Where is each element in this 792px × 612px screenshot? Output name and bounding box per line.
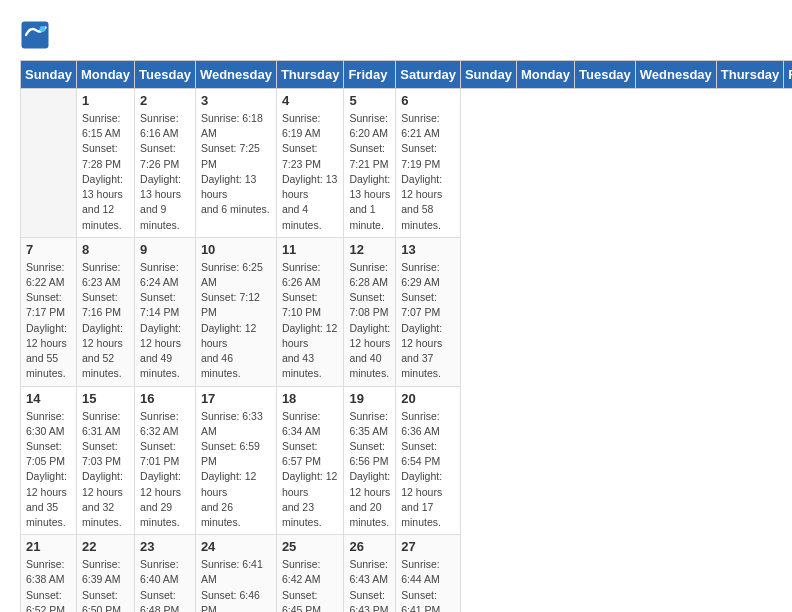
calendar-cell: 25Sunrise: 6:42 AMSunset: 6:45 PMDayligh… [276,535,344,612]
day-info: Sunrise: 6:42 AMSunset: 6:45 PMDaylight:… [282,557,339,612]
day-info: Sunrise: 6:18 AMSunset: 7:25 PMDaylight:… [201,111,271,218]
calendar-cell: 18Sunrise: 6:34 AMSunset: 6:57 PMDayligh… [276,386,344,535]
day-info: Sunrise: 6:39 AMSunset: 6:50 PMDaylight:… [82,557,129,612]
day-number: 7 [26,242,71,257]
day-number: 21 [26,539,71,554]
calendar-cell: 10Sunrise: 6:25 AMSunset: 7:12 PMDayligh… [195,237,276,386]
day-number: 23 [140,539,190,554]
day-info: Sunrise: 6:22 AMSunset: 7:17 PMDaylight:… [26,260,71,382]
day-info: Sunrise: 6:16 AMSunset: 7:26 PMDaylight:… [140,111,190,233]
day-number: 4 [282,93,339,108]
day-header-wednesday: Wednesday [635,61,716,89]
logo-icon [20,20,50,50]
calendar-header-row: SundayMondayTuesdayWednesdayThursdayFrid… [21,61,793,89]
day-info: Sunrise: 6:32 AMSunset: 7:01 PMDaylight:… [140,409,190,531]
calendar-week-row: 1Sunrise: 6:15 AMSunset: 7:28 PMDaylight… [21,89,793,238]
calendar-week-row: 7Sunrise: 6:22 AMSunset: 7:17 PMDaylight… [21,237,793,386]
day-header-tuesday: Tuesday [575,61,636,89]
day-number: 26 [349,539,390,554]
calendar-cell: 22Sunrise: 6:39 AMSunset: 6:50 PMDayligh… [76,535,134,612]
calendar-cell: 14Sunrise: 6:30 AMSunset: 7:05 PMDayligh… [21,386,77,535]
day-info: Sunrise: 6:30 AMSunset: 7:05 PMDaylight:… [26,409,71,531]
calendar-cell: 16Sunrise: 6:32 AMSunset: 7:01 PMDayligh… [135,386,196,535]
day-header-friday: Friday [344,61,396,89]
svg-point-1 [40,26,46,32]
day-header-monday: Monday [516,61,574,89]
calendar-cell: 20Sunrise: 6:36 AMSunset: 6:54 PMDayligh… [396,386,461,535]
day-number: 27 [401,539,455,554]
calendar-cell: 27Sunrise: 6:44 AMSunset: 6:41 PMDayligh… [396,535,461,612]
day-number: 16 [140,391,190,406]
day-number: 25 [282,539,339,554]
day-info: Sunrise: 6:34 AMSunset: 6:57 PMDaylight:… [282,409,339,531]
day-number: 11 [282,242,339,257]
calendar-cell: 7Sunrise: 6:22 AMSunset: 7:17 PMDaylight… [21,237,77,386]
day-number: 18 [282,391,339,406]
day-header-saturday: Saturday [396,61,461,89]
day-header-wednesday: Wednesday [195,61,276,89]
day-header-monday: Monday [76,61,134,89]
day-info: Sunrise: 6:20 AMSunset: 7:21 PMDaylight:… [349,111,390,233]
calendar-table: SundayMondayTuesdayWednesdayThursdayFrid… [20,60,792,612]
day-number: 8 [82,242,129,257]
calendar-cell: 6Sunrise: 6:21 AMSunset: 7:19 PMDaylight… [396,89,461,238]
day-number: 17 [201,391,271,406]
calendar-cell: 11Sunrise: 6:26 AMSunset: 7:10 PMDayligh… [276,237,344,386]
day-info: Sunrise: 6:25 AMSunset: 7:12 PMDaylight:… [201,260,271,382]
calendar-cell: 2Sunrise: 6:16 AMSunset: 7:26 PMDaylight… [135,89,196,238]
day-number: 9 [140,242,190,257]
day-info: Sunrise: 6:36 AMSunset: 6:54 PMDaylight:… [401,409,455,531]
day-info: Sunrise: 6:38 AMSunset: 6:52 PMDaylight:… [26,557,71,612]
calendar-cell [21,89,77,238]
day-info: Sunrise: 6:40 AMSunset: 6:48 PMDaylight:… [140,557,190,612]
calendar-cell: 24Sunrise: 6:41 AMSunset: 6:46 PMDayligh… [195,535,276,612]
calendar-cell: 5Sunrise: 6:20 AMSunset: 7:21 PMDaylight… [344,89,396,238]
day-info: Sunrise: 6:44 AMSunset: 6:41 PMDaylight:… [401,557,455,612]
day-info: Sunrise: 6:43 AMSunset: 6:43 PMDaylight:… [349,557,390,612]
calendar-cell: 4Sunrise: 6:19 AMSunset: 7:23 PMDaylight… [276,89,344,238]
day-header-tuesday: Tuesday [135,61,196,89]
day-info: Sunrise: 6:29 AMSunset: 7:07 PMDaylight:… [401,260,455,382]
day-number: 15 [82,391,129,406]
day-number: 12 [349,242,390,257]
day-info: Sunrise: 6:24 AMSunset: 7:14 PMDaylight:… [140,260,190,382]
day-info: Sunrise: 6:31 AMSunset: 7:03 PMDaylight:… [82,409,129,531]
day-number: 22 [82,539,129,554]
day-number: 10 [201,242,271,257]
calendar-week-row: 14Sunrise: 6:30 AMSunset: 7:05 PMDayligh… [21,386,793,535]
calendar-cell: 23Sunrise: 6:40 AMSunset: 6:48 PMDayligh… [135,535,196,612]
day-header-thursday: Thursday [716,61,784,89]
calendar-cell: 9Sunrise: 6:24 AMSunset: 7:14 PMDaylight… [135,237,196,386]
calendar-cell: 12Sunrise: 6:28 AMSunset: 7:08 PMDayligh… [344,237,396,386]
day-number: 13 [401,242,455,257]
logo [20,20,54,50]
calendar-cell: 26Sunrise: 6:43 AMSunset: 6:43 PMDayligh… [344,535,396,612]
calendar-cell: 15Sunrise: 6:31 AMSunset: 7:03 PMDayligh… [76,386,134,535]
day-number: 3 [201,93,271,108]
day-info: Sunrise: 6:21 AMSunset: 7:19 PMDaylight:… [401,111,455,233]
calendar-cell: 3Sunrise: 6:18 AMSunset: 7:25 PMDaylight… [195,89,276,238]
day-number: 19 [349,391,390,406]
day-info: Sunrise: 6:33 AMSunset: 6:59 PMDaylight:… [201,409,271,531]
calendar-cell: 21Sunrise: 6:38 AMSunset: 6:52 PMDayligh… [21,535,77,612]
day-number: 6 [401,93,455,108]
calendar-cell: 1Sunrise: 6:15 AMSunset: 7:28 PMDaylight… [76,89,134,238]
day-number: 1 [82,93,129,108]
page-header [20,20,772,50]
day-header-sunday: Sunday [460,61,516,89]
day-info: Sunrise: 6:28 AMSunset: 7:08 PMDaylight:… [349,260,390,382]
day-number: 14 [26,391,71,406]
calendar-cell: 8Sunrise: 6:23 AMSunset: 7:16 PMDaylight… [76,237,134,386]
calendar-week-row: 21Sunrise: 6:38 AMSunset: 6:52 PMDayligh… [21,535,793,612]
day-header-friday: Friday [784,61,792,89]
day-info: Sunrise: 6:26 AMSunset: 7:10 PMDaylight:… [282,260,339,382]
day-number: 2 [140,93,190,108]
calendar-cell: 17Sunrise: 6:33 AMSunset: 6:59 PMDayligh… [195,386,276,535]
day-number: 5 [349,93,390,108]
day-info: Sunrise: 6:23 AMSunset: 7:16 PMDaylight:… [82,260,129,382]
day-info: Sunrise: 6:15 AMSunset: 7:28 PMDaylight:… [82,111,129,233]
day-header-thursday: Thursday [276,61,344,89]
day-info: Sunrise: 6:35 AMSunset: 6:56 PMDaylight:… [349,409,390,531]
day-info: Sunrise: 6:41 AMSunset: 6:46 PMDaylight:… [201,557,271,612]
day-info: Sunrise: 6:19 AMSunset: 7:23 PMDaylight:… [282,111,339,233]
